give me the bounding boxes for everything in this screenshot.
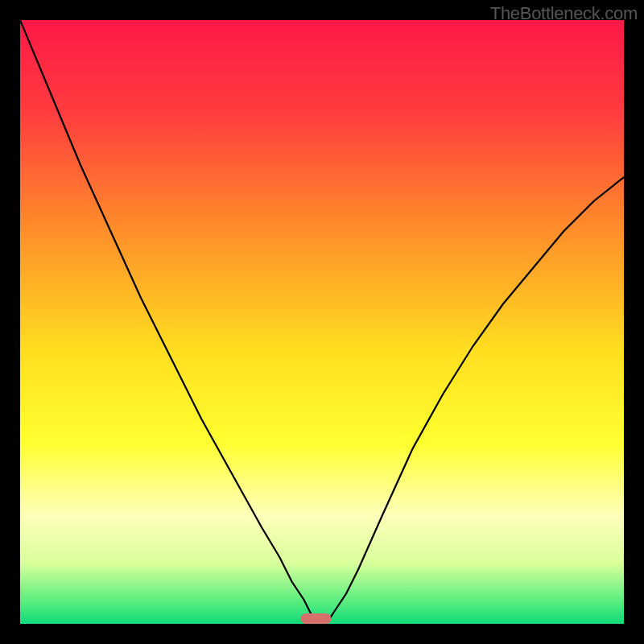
optimal-marker (301, 613, 332, 624)
chart-frame (20, 20, 624, 624)
watermark-text: TheBottleneck.com (490, 3, 638, 24)
chart-svg (20, 20, 624, 624)
chart-background (20, 20, 624, 624)
